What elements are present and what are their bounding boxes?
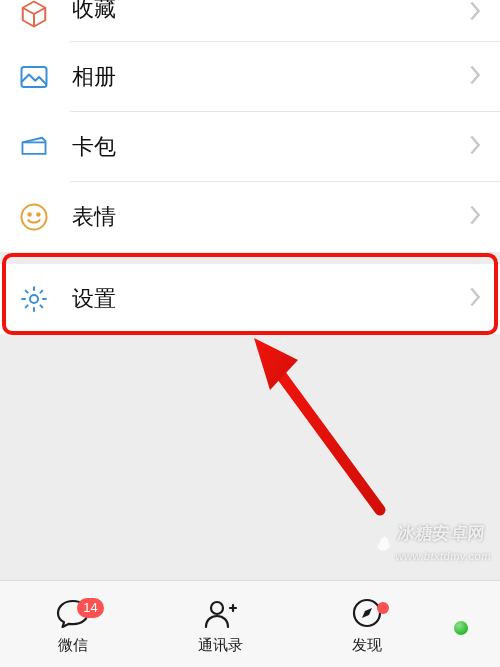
unread-badge: 14 xyxy=(77,598,103,618)
tab-label: 微信 xyxy=(58,636,88,655)
menu-label: 收藏 xyxy=(72,0,468,24)
chevron-right-icon xyxy=(468,204,482,230)
tab-label: 发现 xyxy=(352,636,382,655)
menu-label: 表情 xyxy=(72,202,468,232)
menu-group-1: 收藏 相册 xyxy=(0,0,500,252)
svg-point-5 xyxy=(211,602,223,614)
section-gap xyxy=(0,252,500,264)
svg-point-2 xyxy=(28,213,31,216)
menu-label: 设置 xyxy=(72,284,468,314)
watermark: 冰糖安卓网 www.btxtdmy.com xyxy=(372,522,494,565)
me-screen: 收藏 相册 xyxy=(0,0,500,667)
chevron-right-icon xyxy=(468,0,482,26)
menu-item-cards[interactable]: 卡包 xyxy=(0,112,500,182)
menu-label: 卡包 xyxy=(72,132,468,162)
svg-point-3 xyxy=(37,213,40,216)
image-icon xyxy=(18,61,50,93)
svg-point-1 xyxy=(22,205,47,230)
menu-item-album[interactable]: 相册 xyxy=(0,42,500,112)
menu-item-favorites[interactable]: 收藏 xyxy=(0,0,500,42)
contacts-icon xyxy=(201,594,239,632)
chevron-right-icon xyxy=(468,64,482,90)
chevron-right-icon xyxy=(468,134,482,160)
menu-item-settings[interactable]: 设置 xyxy=(0,264,500,334)
status-dot-icon xyxy=(454,621,468,635)
tab-label: 通讯录 xyxy=(198,636,243,655)
tab-discover[interactable]: 发现 xyxy=(293,594,440,667)
tab-bar: 14 微信 通讯录 发现 xyxy=(0,580,500,667)
cube-icon xyxy=(18,0,50,30)
menu-item-stickers[interactable]: 表情 xyxy=(0,182,500,252)
tab-contacts[interactable]: 通讯录 xyxy=(147,594,294,667)
tab-chats[interactable]: 14 微信 xyxy=(0,594,147,667)
svg-point-4 xyxy=(30,295,38,303)
menu-label: 相册 xyxy=(72,62,468,92)
watermark-text: 冰糖安卓网 xyxy=(397,524,486,543)
menu-group-2: 设置 xyxy=(0,264,500,334)
tab-me-partial[interactable] xyxy=(440,621,500,667)
wallet-icon xyxy=(18,131,50,163)
notification-dot xyxy=(377,602,389,614)
watermark-url: www.btxtdmy.com xyxy=(395,550,492,562)
gear-icon xyxy=(18,283,50,315)
chevron-right-icon xyxy=(468,286,482,312)
smile-icon xyxy=(18,201,50,233)
